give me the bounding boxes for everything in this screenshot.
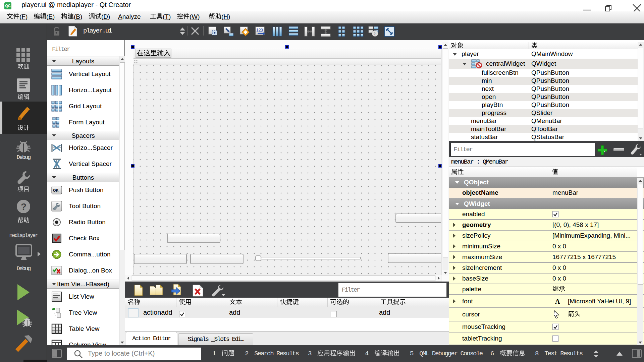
svg-text:?: ? (21, 201, 26, 212)
svg-text:OK: OK (53, 188, 59, 192)
svg-text:123: 123 (256, 28, 263, 33)
svg-text:?: ? (374, 31, 376, 36)
